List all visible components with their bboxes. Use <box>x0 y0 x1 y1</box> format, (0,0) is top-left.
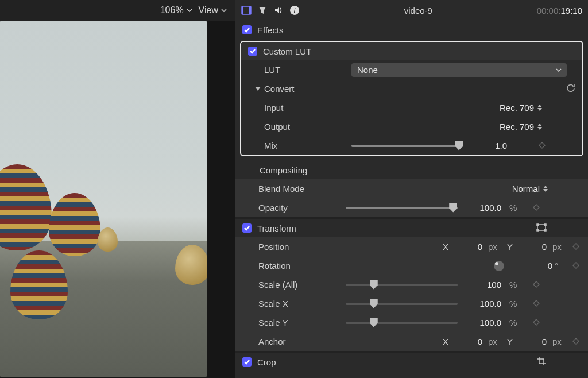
anchor-row: Anchor X 0 px Y 0 px <box>235 332 588 351</box>
filter-icon[interactable] <box>257 5 268 16</box>
y-axis-label: Y <box>505 242 514 252</box>
scale-x-row: Scale X 100.0 % <box>235 294 588 313</box>
effects-checkbox[interactable] <box>242 25 252 34</box>
opacity-value[interactable]: 100.0 <box>463 203 504 213</box>
convert-row[interactable]: Convert <box>241 79 582 98</box>
position-y-value[interactable]: 0 <box>518 242 549 252</box>
custom-lut-header[interactable]: Custom LUT <box>241 42 582 60</box>
blend-mode-popup[interactable]: Normal <box>512 184 548 194</box>
mix-slider[interactable] <box>351 145 463 147</box>
scale-x-value[interactable]: 100.0 <box>463 299 504 308</box>
output-row: Output Rec. 709 <box>241 117 582 136</box>
anchor-label: Anchor <box>242 337 346 346</box>
scale-all-row: Scale (All) 100 % <box>235 275 588 294</box>
info-icon[interactable]: i <box>289 5 300 16</box>
crop-onscreen-icon[interactable] <box>536 356 547 368</box>
scale-x-slider[interactable] <box>346 303 458 305</box>
view-menu[interactable]: View <box>199 5 227 16</box>
blend-mode-row: Blend Mode Normal <box>235 179 588 198</box>
anchor-y-unit: px <box>552 337 566 346</box>
opacity-label: Opacity <box>242 203 346 213</box>
rotation-unit: ° <box>555 261 568 271</box>
input-popup[interactable]: Rec. 709 <box>500 103 542 113</box>
transform-header[interactable]: Transform <box>235 219 588 237</box>
rotation-dial[interactable] <box>494 261 504 271</box>
disclosure-triangle-icon[interactable] <box>255 87 261 91</box>
compositing-title: Compositing <box>260 165 307 175</box>
keyframe-button[interactable] <box>531 318 541 327</box>
svg-rect-1 <box>242 6 243 14</box>
keyframe-button[interactable] <box>531 203 541 213</box>
chevron-down-icon <box>555 67 562 74</box>
scale-y-label: Scale Y <box>242 318 346 327</box>
transform-title: Transform <box>257 223 296 233</box>
stepper-icon <box>543 186 548 192</box>
convert-label: Convert <box>264 84 295 94</box>
position-label: Position <box>242 242 346 252</box>
viewer-canvas[interactable] <box>0 21 235 378</box>
video-inspector-icon[interactable] <box>241 5 252 16</box>
transform-onscreen-icon[interactable] <box>536 222 547 234</box>
clip-title: video-9 <box>305 6 531 16</box>
scale-unit: % <box>509 280 523 290</box>
x-axis-label: X <box>441 242 450 252</box>
input-label: Input <box>248 103 351 113</box>
chevron-down-icon <box>220 7 227 14</box>
x-axis-label: X <box>441 337 450 346</box>
scale-unit: % <box>509 299 523 308</box>
keyframe-button[interactable] <box>531 280 541 290</box>
keyframe-button[interactable] <box>571 337 581 346</box>
position-x-unit: px <box>488 242 502 252</box>
reset-button[interactable] <box>566 83 575 94</box>
mix-label: Mix <box>248 141 351 151</box>
zoom-value: 106% <box>160 5 184 16</box>
anchor-x-unit: px <box>488 337 502 346</box>
effects-section-header[interactable]: Effects <box>235 21 588 39</box>
transform-checkbox[interactable] <box>242 223 252 233</box>
scale-all-slider[interactable] <box>346 284 458 286</box>
blend-mode-label: Blend Mode <box>242 184 346 194</box>
viewer-panel: 106% View <box>0 0 235 378</box>
crop-checkbox[interactable] <box>242 357 252 367</box>
anchor-y-value[interactable]: 0 <box>518 337 549 346</box>
inspector-panel: i video-9 00:00:19:10 Effects Custom LUT… <box>235 0 588 378</box>
scale-all-label: Scale (All) <box>242 280 346 290</box>
crop-title: Crop <box>257 357 276 367</box>
opacity-row: Opacity 100.0 % <box>235 198 588 217</box>
anchor-x-value[interactable]: 0 <box>454 337 485 346</box>
keyframe-button[interactable] <box>531 299 541 308</box>
zoom-menu[interactable]: 106% <box>160 5 193 16</box>
output-popup[interactable]: Rec. 709 <box>500 122 542 132</box>
y-axis-label: Y <box>505 337 514 346</box>
mix-value[interactable]: 1.0 <box>469 141 509 151</box>
crop-header[interactable]: Crop <box>235 353 588 371</box>
opacity-slider[interactable] <box>346 207 458 209</box>
inspector-header: i video-9 00:00:19:10 <box>235 0 588 21</box>
chevron-down-icon <box>186 7 193 14</box>
scale-y-row: Scale Y 100.0 % <box>235 313 588 332</box>
view-menu-label: View <box>199 5 218 16</box>
position-row: Position X 0 px Y 0 px <box>235 237 588 256</box>
rotation-label: Rotation <box>242 261 346 271</box>
lut-value: None <box>357 65 378 75</box>
scale-y-slider[interactable] <box>346 322 458 324</box>
stepper-icon <box>537 124 542 130</box>
lut-label: LUT <box>248 65 351 75</box>
position-y-unit: px <box>552 242 566 252</box>
keyframe-button[interactable] <box>571 242 581 252</box>
scale-y-value[interactable]: 100.0 <box>463 318 504 327</box>
keyframe-button[interactable] <box>537 141 547 151</box>
keyframe-button[interactable] <box>571 261 581 271</box>
custom-lut-group: Custom LUT LUT None Convert Input Re <box>240 41 583 156</box>
audio-icon[interactable] <box>273 5 284 16</box>
custom-lut-checkbox[interactable] <box>248 47 257 56</box>
scale-x-label: Scale X <box>242 299 346 308</box>
position-x-value[interactable]: 0 <box>454 242 485 252</box>
svg-rect-2 <box>249 6 251 14</box>
rotation-value[interactable]: 0 <box>514 261 555 271</box>
effects-label: Effects <box>257 25 284 35</box>
scale-all-value[interactable]: 100 <box>463 280 504 290</box>
lut-select[interactable]: None <box>351 63 567 77</box>
compositing-header: Compositing <box>235 161 588 179</box>
viewer-toolbar: 106% View <box>0 0 235 21</box>
